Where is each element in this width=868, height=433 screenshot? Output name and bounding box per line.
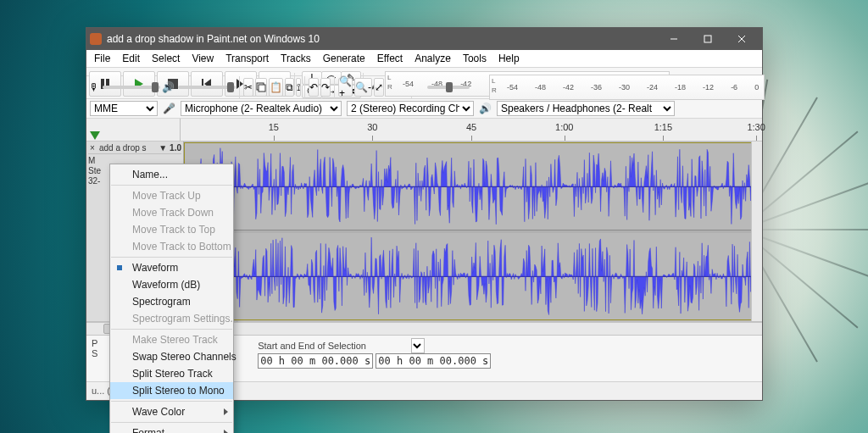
menu-analyze[interactable]: Analyze xyxy=(409,51,457,66)
toolbar-separator xyxy=(304,76,305,98)
ruler-stub xyxy=(86,119,181,141)
menu-transport[interactable]: Transport xyxy=(220,51,275,66)
menu-item-waveform[interactable]: Waveform xyxy=(110,259,233,276)
trim-button[interactable]: ⧉ xyxy=(285,78,294,97)
menu-item-move-track-to-top: Move Track to Top xyxy=(110,221,233,238)
meter-tick: -6 xyxy=(731,83,737,92)
menu-item-name[interactable]: Name... xyxy=(110,166,233,183)
audio-host-select[interactable]: MME xyxy=(90,101,158,116)
meter-tick: -24 xyxy=(647,83,658,92)
redo-button[interactable]: ↷ xyxy=(320,78,331,97)
maximize-button[interactable] xyxy=(691,29,725,49)
selection-end-value[interactable]: 00 h 00 m 00.000 s xyxy=(376,353,491,369)
track-name[interactable]: add a drop s xyxy=(99,143,156,153)
ruler-mark: 1:00 xyxy=(555,122,573,132)
window-title: add a drop shadow in Paint.net on Window… xyxy=(107,33,657,45)
menu-tools[interactable]: Tools xyxy=(457,51,492,66)
menu-item-make-stereo-track: Make Stereo Track xyxy=(110,331,233,348)
recording-volume-slider[interactable]: 🎙 xyxy=(89,81,160,93)
menubar: File Edit Select View Transport Tracks G… xyxy=(86,50,762,68)
meter-tick: -36 xyxy=(591,83,602,92)
track-menu-icon[interactable]: ▼ xyxy=(159,143,167,153)
device-toolbar: MME 🎤 Microphone (2- Realtek Audio) 2 (S… xyxy=(86,99,762,119)
project-rate-label: P xyxy=(92,338,97,348)
track-dropdown-menu: Name...Move Track UpMove Track DownMove … xyxy=(109,164,234,433)
menu-item-split-stereo-track[interactable]: Split Stereo Track xyxy=(110,365,233,382)
meter-tick: 0 xyxy=(754,83,759,92)
ruler-mark: 15 xyxy=(269,122,279,132)
ruler-mark: 1:30 xyxy=(747,122,765,132)
meter-tick: -54 xyxy=(507,83,518,92)
track-amp: 1.0 xyxy=(170,143,181,153)
toolbar-separator xyxy=(239,76,240,98)
undo-button[interactable]: ↶ xyxy=(309,78,319,97)
playback-speed-slider[interactable] xyxy=(427,86,470,89)
waveform-channel-left[interactable] xyxy=(185,143,751,230)
meter-tick: -12 xyxy=(703,83,714,92)
speaker-icon: 🔊 xyxy=(162,81,175,93)
audacity-window: add a drop shadow in Paint.net on Window… xyxy=(86,27,763,401)
menu-effect[interactable]: Effect xyxy=(371,51,409,66)
meter-tick: -54 xyxy=(403,80,414,88)
recording-device-select[interactable]: Microphone (2- Realtek Audio) xyxy=(181,101,342,116)
toolbar-separator xyxy=(334,76,335,98)
menu-item-split-stereo-to-mono[interactable]: Split Stereo to Mono xyxy=(110,382,233,399)
menu-generate[interactable]: Generate xyxy=(317,51,371,66)
app-icon xyxy=(90,33,102,45)
speaker-icon: 🔊 xyxy=(479,103,492,114)
menu-tracks[interactable]: Tracks xyxy=(275,51,317,66)
menu-item-waveform-db[interactable]: Waveform (dB) xyxy=(110,276,233,293)
menu-edit[interactable]: Edit xyxy=(116,51,146,66)
silence-button[interactable]: ⟟ xyxy=(296,78,301,97)
waveform-clip[interactable] xyxy=(184,142,752,320)
mic-icon: 🎤 xyxy=(163,103,175,114)
waveform-channel-right[interactable] xyxy=(185,233,751,319)
desktop-background: add a drop shadow in Paint.net on Window… xyxy=(0,0,868,433)
ruler-scale[interactable]: 1530451:001:151:30 xyxy=(181,119,762,141)
svg-rect-1 xyxy=(704,36,711,42)
playback-meter[interactable]: LR -54 -48 -42 -36 -30 -24 -18 -12 -6 0 xyxy=(489,75,765,100)
meter-tick: -18 xyxy=(675,83,686,92)
copy-button[interactable] xyxy=(255,78,267,97)
menu-item-spectrogram[interactable]: Spectrogram xyxy=(110,293,233,310)
menu-item-wave-color[interactable]: Wave Color xyxy=(110,403,233,420)
snap-label: S xyxy=(92,348,97,358)
ruler-mark: 30 xyxy=(367,122,377,132)
menu-item-move-track-to-bottom: Move Track to Bottom xyxy=(110,238,233,255)
track-close-icon[interactable]: × xyxy=(88,144,97,153)
menu-file[interactable]: File xyxy=(88,51,116,66)
mic-icon: 🎙 xyxy=(89,81,99,93)
timeline-ruler[interactable]: 1530451:001:151:30 xyxy=(86,119,762,142)
meter-tick: -42 xyxy=(563,83,574,92)
menu-help[interactable]: Help xyxy=(492,51,526,66)
meter-tick: -30 xyxy=(619,83,630,92)
selection-format-select[interactable] xyxy=(411,338,425,353)
close-button[interactable] xyxy=(725,29,759,49)
ruler-mark: 1:15 xyxy=(654,122,672,132)
menu-item-move-track-up: Move Track Up xyxy=(110,187,233,204)
titlebar[interactable]: add a drop shadow in Paint.net on Window… xyxy=(86,28,762,50)
meter-tick: -48 xyxy=(535,83,546,92)
zoom-out-button[interactable]: 🔍- xyxy=(354,78,372,97)
menu-item-swap-stereo-channels[interactable]: Swap Stereo Channels xyxy=(110,348,233,365)
vertical-scrollbar[interactable] xyxy=(751,142,762,321)
menu-view[interactable]: View xyxy=(186,51,220,66)
selection-range-label: Start and End of Selection xyxy=(258,341,366,351)
paste-button[interactable]: 📋 xyxy=(269,78,283,97)
selection-start-value[interactable]: 00 h 00 m 00.000 s xyxy=(258,353,373,369)
recording-channels-select[interactable]: 2 (Stereo) Recording Cha xyxy=(347,101,474,116)
minimize-button[interactable] xyxy=(657,29,691,49)
menu-item-format[interactable]: Format xyxy=(110,425,233,433)
playhead-icon[interactable] xyxy=(90,131,100,140)
menu-item-spectrogram-settings: Spectrogram Settings... xyxy=(110,310,233,327)
fit-selection-button[interactable]: ⤢ xyxy=(374,78,384,97)
ruler-mark: 45 xyxy=(466,122,476,132)
menu-item-move-track-down: Move Track Down xyxy=(110,204,233,221)
playback-device-select[interactable]: Speakers / Headphones (2- Realt xyxy=(497,101,675,116)
playback-volume-slider[interactable]: 🔊 xyxy=(162,81,236,93)
zoom-in-button[interactable]: 🔍+ xyxy=(338,78,353,97)
svg-rect-13 xyxy=(259,85,265,92)
cut-button[interactable]: ✂ xyxy=(243,78,253,97)
menu-select[interactable]: Select xyxy=(146,51,186,66)
